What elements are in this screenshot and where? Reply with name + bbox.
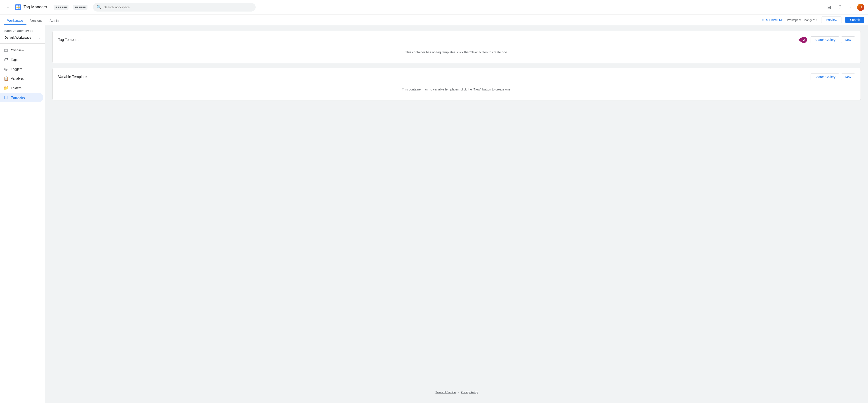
triggers-icon: ◎ (4, 66, 8, 71)
callout-arrow-left (798, 38, 801, 41)
tab-workspace[interactable]: Workspace (4, 19, 27, 25)
gtm-logo-icon (14, 4, 22, 11)
content-area: Tag Templates 2 Search Gallery New This … (45, 25, 868, 403)
tag-new-button[interactable]: New (841, 36, 855, 43)
privacy-link[interactable]: Privacy Policy (461, 391, 478, 394)
avatar[interactable]: U (857, 4, 864, 11)
sidebar-item-overview[interactable]: ▤ Overview (0, 46, 43, 55)
search-icon: 🔍 (96, 5, 101, 10)
sidebar-item-label: Overview (11, 49, 24, 52)
footer: Terms of Service • Privacy Policy (53, 387, 861, 398)
tab-admin[interactable]: Admin (46, 19, 62, 25)
tag-empty-message: This container has no tag templates, cli… (58, 47, 855, 58)
variables-icon: 📋 (4, 76, 8, 81)
variable-templates-actions: Search Gallery New (811, 74, 855, 80)
more-button[interactable]: ⋮ (846, 3, 855, 12)
tag-templates-title: Tag Templates (58, 38, 81, 42)
sidebar: CURRENT WORKSPACE Default Workspace › ▤ … (0, 25, 45, 403)
navtabs-right: GTM-P3PMFND Workspace Changes: 1 Preview… (762, 17, 864, 25)
variable-templates-card: Variable Templates Search Gallery New Th… (53, 68, 861, 100)
workspace-changes: Workspace Changes: 1 (787, 18, 817, 22)
sidebar-item-wrapper: ☐ Templates 1 (0, 93, 45, 102)
templates-icon: ☐ (4, 95, 8, 100)
chevron-right-icon: › (39, 35, 40, 40)
search-input[interactable] (104, 5, 252, 9)
sidebar-item-label: Variables (11, 77, 24, 80)
tab-versions[interactable]: Versions (27, 19, 46, 25)
container-id: GTM-P3PMFND (762, 18, 783, 22)
sidebar-item-templates[interactable]: ☐ Templates (0, 93, 43, 102)
apps-button[interactable]: ⊞ (825, 3, 834, 12)
apps-icon: ⊞ (827, 4, 831, 10)
workspace-name: Default Workspace (4, 36, 31, 39)
back-icon: ← (6, 5, 9, 9)
terms-link[interactable]: Terms of Service (436, 391, 456, 394)
account-chip: ■ ■■ ■■■ (54, 5, 68, 10)
tag-templates-card: Tag Templates 2 Search Gallery New This … (53, 31, 861, 63)
workspace-selector[interactable]: Default Workspace › (2, 33, 43, 41)
callout-2-wrapper: 2 (801, 37, 807, 43)
tag-templates-actions: 2 Search Gallery New (801, 36, 855, 43)
account-info: ■ ■■ ■■■ › ■■ ■■■■ (54, 5, 88, 10)
sidebar-item-triggers[interactable]: ◎ Triggers (0, 64, 43, 74)
container-label: ■■ ■■■■ (75, 6, 86, 9)
sidebar-item-variables[interactable]: 📋 Variables (0, 74, 43, 83)
variable-templates-title: Variable Templates (58, 75, 89, 79)
svg-rect-3 (16, 7, 20, 7)
current-workspace-label: CURRENT WORKSPACE (0, 27, 45, 33)
sidebar-item-tags[interactable]: 🏷 Tags (0, 55, 43, 64)
sidebar-item-label: Templates (11, 96, 25, 99)
folders-icon: 📁 (4, 85, 8, 90)
overview-icon: ▤ (4, 48, 8, 53)
sidebar-item-label: Folders (11, 86, 22, 90)
account-label: ■ ■■ ■■■ (55, 6, 67, 9)
sidebar-item-folders[interactable]: 📁 Folders (0, 83, 43, 93)
content-spacer (53, 105, 861, 383)
more-icon: ⋮ (848, 4, 853, 10)
tag-templates-card-header: Tag Templates 2 Search Gallery New (58, 36, 855, 43)
back-button[interactable]: ← (4, 3, 12, 11)
main-layout: CURRENT WORKSPACE Default Workspace › ▤ … (0, 25, 868, 403)
variable-templates-card-header: Variable Templates Search Gallery New (58, 74, 855, 80)
variable-empty-message: This container has no variable templates… (58, 84, 855, 95)
sidebar-item-label: Tags (11, 58, 18, 61)
tags-icon: 🏷 (4, 57, 8, 62)
app-logo: Tag Manager (14, 4, 47, 11)
navtabs-left: Workspace Versions Admin (4, 19, 62, 25)
variable-search-gallery-button[interactable]: Search Gallery (811, 74, 839, 80)
app-name: Tag Manager (24, 5, 47, 9)
topbar-left: ← Tag Manager ■ ■■ ■■■ › ■■ ■■■■ (4, 3, 88, 11)
navtabs: Workspace Versions Admin GTM-P3PMFND Wor… (0, 15, 868, 25)
submit-button[interactable]: Submit (845, 17, 864, 23)
help-icon: ? (839, 4, 841, 10)
topbar-right: ⊞ ? ⋮ U (825, 3, 864, 12)
sidebar-item-label: Triggers (11, 67, 22, 71)
footer-separator: • (458, 391, 459, 394)
help-button[interactable]: ? (835, 3, 844, 12)
variable-new-button[interactable]: New (841, 74, 855, 80)
container-chip: ■■ ■■■■ (73, 5, 88, 10)
callout-badge-2: 2 (801, 37, 807, 43)
avatar-initials: U (860, 5, 862, 9)
preview-button[interactable]: Preview (821, 17, 842, 23)
topbar: ← Tag Manager ■ ■■ ■■■ › ■■ ■■■■ 🔍 (0, 0, 868, 15)
tag-search-gallery-button[interactable]: Search Gallery (811, 36, 839, 43)
search-bar[interactable]: 🔍 (93, 3, 256, 11)
